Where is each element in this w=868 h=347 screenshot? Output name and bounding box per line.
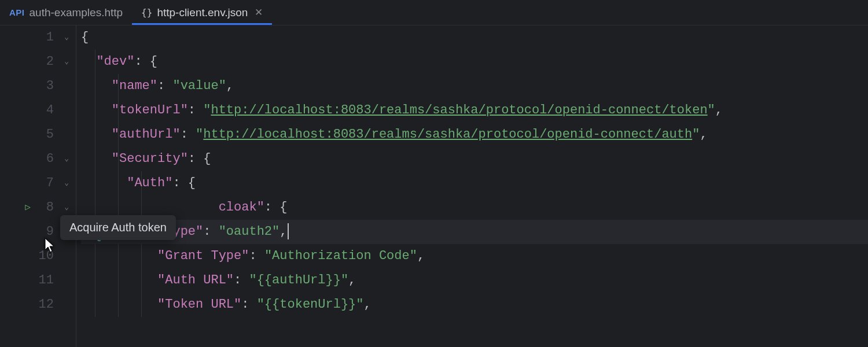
- line-number: 11: [38, 268, 54, 293]
- tooltip-acquire-auth-token: Acquire Auth token: [60, 215, 176, 240]
- fold-icon[interactable]: ⌄: [61, 147, 69, 171]
- tab-label: http-client.env.json: [157, 6, 248, 19]
- line-number: 6: [38, 147, 54, 171]
- fold-icon[interactable]: ⌄: [61, 25, 69, 50]
- line-number: 5: [38, 123, 54, 147]
- fold-icon[interactable]: ⌄: [61, 171, 69, 195]
- line-number: 12: [38, 293, 54, 317]
- tab-bar: API auth-examples.http {} http-client.en…: [0, 0, 868, 25]
- line-number: 2: [38, 50, 54, 74]
- editor: 1⌄ 2⌄ 3 4 5 6⌄ 7⌄ ▷8⌄ 9 10 11 12 { "dev"…: [0, 25, 868, 347]
- mouse-cursor-icon: [43, 237, 57, 257]
- api-icon: API: [9, 8, 25, 17]
- line-number: 3: [38, 74, 54, 98]
- code-area[interactable]: { "dev": { "name": "value", "tokenUrl": …: [76, 25, 868, 347]
- line-number: 4: [38, 98, 54, 123]
- auth-url-link[interactable]: http://localhost:8083/realms/sashka/prot…: [203, 127, 692, 142]
- json-icon: {}: [141, 7, 152, 18]
- tab-auth-examples[interactable]: API auth-examples.http: [0, 0, 132, 25]
- line-number: 1: [38, 25, 54, 50]
- line-number: 8: [38, 195, 54, 220]
- tab-label: auth-examples.http: [30, 6, 123, 19]
- line-number: 7: [38, 171, 54, 195]
- close-icon[interactable]: ✕: [255, 8, 263, 17]
- tab-http-client-env[interactable]: {} http-client.env.json ✕: [132, 0, 272, 25]
- text-caret: [288, 223, 289, 239]
- token-url-link[interactable]: http://localhost:8083/realms/sashka/prot…: [211, 103, 707, 117]
- fold-icon[interactable]: ⌄: [61, 50, 69, 74]
- gutter: 1⌄ 2⌄ 3 4 5 6⌄ 7⌄ ▷8⌄ 9 10 11 12: [0, 25, 76, 347]
- run-icon[interactable]: ▷: [25, 195, 31, 220]
